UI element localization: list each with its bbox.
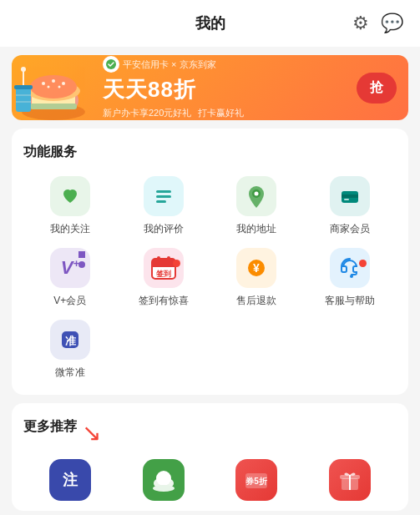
svg-point-43 bbox=[153, 485, 175, 492]
banner-decoration bbox=[12, 62, 95, 120]
svg-point-8 bbox=[62, 82, 65, 85]
location-icon bbox=[245, 184, 268, 208]
banner-content: 平安信用卡 × 京东到家 天天88折 新户办卡享220元好礼 打卡赢好礼 bbox=[103, 56, 244, 119]
service-item-address[interactable]: 我的地址 bbox=[210, 176, 304, 236]
follow-icon-bg bbox=[50, 176, 90, 216]
review-icon-bg bbox=[144, 176, 184, 216]
svg-rect-29 bbox=[152, 264, 175, 267]
functional-services-card: 功能服务 我的关注 我的评价 bbox=[12, 129, 408, 395]
vplus-text-icon: V+ bbox=[61, 258, 79, 277]
page-title: 我的 bbox=[195, 13, 225, 33]
service-item-review[interactable]: 我的评价 bbox=[117, 176, 210, 236]
svg-point-22 bbox=[255, 192, 259, 196]
weichang-icon: 准 bbox=[58, 327, 83, 352]
service-item-follow[interactable]: 我的关注 bbox=[23, 176, 117, 236]
svg-text:¥: ¥ bbox=[253, 261, 260, 275]
service-grid: 我的关注 我的评价 我的地址 bbox=[23, 176, 397, 380]
svg-point-7 bbox=[52, 79, 55, 83]
service-item-vplus[interactable]: V+ V+会员 bbox=[23, 248, 117, 308]
vplus-label: V+会员 bbox=[53, 294, 86, 308]
gift-icon bbox=[329, 459, 371, 501]
checkin-icon-bg: 签到 bbox=[144, 248, 184, 288]
refund-icon-bg: ¥ bbox=[236, 248, 276, 288]
svg-rect-25 bbox=[344, 199, 349, 200]
banner-main-text: 天天88折 bbox=[103, 75, 244, 104]
header: 我的 ⚙ 💬 bbox=[0, 0, 420, 47]
svg-point-34 bbox=[173, 260, 180, 267]
header-icons: ⚙ 💬 bbox=[352, 13, 403, 34]
svg-rect-20 bbox=[156, 200, 166, 203]
svg-text:准: 准 bbox=[64, 335, 76, 347]
svg-rect-32 bbox=[157, 258, 170, 260]
checkin-label: 签到有惊喜 bbox=[139, 294, 189, 308]
svg-rect-11 bbox=[16, 87, 31, 112]
promo-banner[interactable]: 平安信用卡 × 京东到家 天天88折 新户办卡享220元好礼 打卡赢好礼 抢 bbox=[12, 55, 408, 120]
svg-point-38 bbox=[359, 260, 367, 267]
more-item-hat[interactable] bbox=[117, 459, 210, 501]
checkin-dot bbox=[173, 250, 180, 272]
svg-point-37 bbox=[350, 275, 353, 278]
support-icon-bg bbox=[330, 248, 370, 288]
service-item-refund[interactable]: ¥ 售后退款 bbox=[210, 248, 304, 308]
brand-logo bbox=[103, 56, 119, 73]
coupon-icon: 券5折 bbox=[235, 459, 277, 501]
svg-point-9 bbox=[48, 86, 50, 88]
merchant-icon-bg bbox=[330, 176, 370, 216]
address-icon-bg bbox=[236, 176, 276, 216]
gift-box-icon bbox=[337, 467, 363, 493]
weichang-label: 微常准 bbox=[55, 366, 85, 380]
svg-rect-19 bbox=[156, 195, 171, 198]
svg-rect-3 bbox=[30, 104, 77, 109]
banner-brand: 平安信用卡 × 京东到家 bbox=[103, 56, 244, 73]
weichang-icon-bg: 准 bbox=[50, 320, 90, 360]
more-recommend-card: 更多推荐 ↘ 注 券5折 bbox=[12, 403, 408, 511]
vplus-dot bbox=[78, 251, 85, 258]
service-item-checkin[interactable]: 签到 签到有惊喜 bbox=[117, 248, 210, 308]
svg-text:签到: 签到 bbox=[156, 270, 171, 278]
svg-rect-18 bbox=[156, 190, 171, 193]
coupon-ticket-icon: 券5折 bbox=[243, 467, 270, 493]
settings-icon[interactable]: ⚙ bbox=[352, 13, 369, 34]
more-grid: 注 券5折 bbox=[23, 459, 397, 501]
svg-point-10 bbox=[58, 86, 61, 88]
svg-point-42 bbox=[156, 471, 171, 486]
refund-icon: ¥ bbox=[245, 256, 268, 280]
service-item-weichang[interactable]: 准 微常准 bbox=[23, 320, 117, 380]
register-icon: 注 bbox=[49, 459, 91, 501]
svg-text:券5折: 券5折 bbox=[245, 477, 269, 486]
more-item-gift[interactable] bbox=[303, 459, 397, 501]
merchant-card-icon bbox=[338, 184, 362, 208]
message-icon[interactable]: 💬 bbox=[381, 13, 403, 34]
list-icon bbox=[152, 184, 175, 208]
svg-point-26 bbox=[78, 261, 85, 268]
refund-label: 售后退款 bbox=[236, 294, 276, 308]
heart-icon bbox=[59, 185, 81, 207]
banner-grab-button[interactable]: 抢 bbox=[357, 73, 397, 104]
vplus-icon-bg: V+ bbox=[50, 248, 90, 288]
merchant-label: 商家会员 bbox=[330, 222, 370, 236]
svg-point-6 bbox=[42, 82, 45, 85]
follow-label: 我的关注 bbox=[50, 222, 90, 236]
svg-rect-12 bbox=[14, 85, 33, 89]
arrow-down-icon: ↘ bbox=[82, 422, 101, 445]
chef-hat-icon bbox=[149, 465, 179, 495]
banner-sub-text: 新户办卡享220元好礼 打卡赢好礼 bbox=[103, 107, 244, 119]
service-item-support[interactable]: 客服与帮助 bbox=[303, 248, 397, 308]
register-text: 注 bbox=[63, 470, 78, 490]
service-item-merchant[interactable]: 商家会员 bbox=[303, 176, 397, 236]
support-dot bbox=[359, 250, 367, 272]
review-label: 我的评价 bbox=[144, 222, 184, 236]
more-item-coupon[interactable]: 券5折 bbox=[210, 459, 304, 501]
svg-rect-24 bbox=[342, 194, 358, 198]
address-label: 我的地址 bbox=[236, 222, 276, 236]
more-item-register[interactable]: 注 bbox=[23, 459, 117, 501]
functional-services-title: 功能服务 bbox=[23, 144, 397, 161]
more-header: 更多推荐 ↘ bbox=[23, 418, 397, 447]
svg-point-5 bbox=[30, 75, 77, 98]
svg-point-14 bbox=[21, 67, 26, 72]
hat-icon bbox=[143, 459, 185, 501]
more-recommend-title: 更多推荐 bbox=[23, 418, 77, 436]
support-label: 客服与帮助 bbox=[325, 294, 375, 308]
